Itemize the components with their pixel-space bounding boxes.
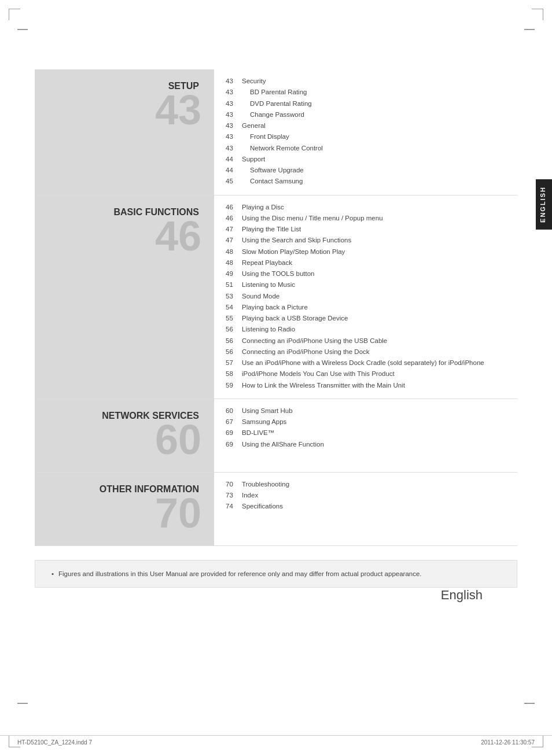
toc-item-num: 43 <box>226 121 242 131</box>
toc-list-basic-functions: 46Playing a Disc46Using the Disc menu / … <box>226 196 517 399</box>
toc-item-num: 69 <box>226 440 242 449</box>
section-network-services: NETWORK SERVICES6060Using Smart Hub67Sam… <box>35 399 517 473</box>
toc-item: 56Connecting an iPod/iPhone Using the US… <box>226 336 517 346</box>
toc-item: 43DVD Parental Rating <box>226 99 517 109</box>
toc-item-text: Listening to Radio <box>242 324 295 334</box>
toc-item-num: 44 <box>226 165 242 175</box>
toc-item: 43Network Remote Control <box>226 143 517 153</box>
toc-item: 51Listening to Music <box>226 280 517 290</box>
toc-item-text: Playing a Disc <box>242 202 284 212</box>
corner-mark-tl <box>9 9 20 20</box>
toc-item-text: Samsung Apps <box>242 417 286 427</box>
toc-item: 43General <box>226 121 517 131</box>
toc-item-text: Security <box>242 76 266 86</box>
footer-left: HT-D5210C_ZA_1224.indd 7 <box>17 739 92 746</box>
toc-item: 43Change Password <box>226 110 517 120</box>
language-label: English <box>35 588 517 603</box>
toc-item: 57Use an iPod/iPhone with a Wireless Doc… <box>226 358 517 368</box>
toc-list-setup: 43Security43BD Parental Rating43DVD Pare… <box>226 69 517 195</box>
toc-item-num: 45 <box>226 176 242 186</box>
toc-item-text: Playing the Title List <box>242 224 301 234</box>
toc-item-text: Repeat Playback <box>242 258 292 268</box>
toc-item-num: 46 <box>226 202 242 212</box>
section-label-basic-functions: BASIC FUNCTIONS46 <box>35 196 214 399</box>
toc-item-num: 51 <box>226 280 242 290</box>
toc-item: 53Sound Mode <box>226 292 517 301</box>
toc-item-num: 58 <box>226 369 242 379</box>
toc-item: 67Samsung Apps <box>226 417 517 427</box>
toc-item-num: 57 <box>226 358 242 368</box>
toc-item: 70Troubleshooting <box>226 480 517 489</box>
toc-item-text: Network Remote Control <box>242 143 323 153</box>
toc-item-text: Slow Motion Play/Step Motion Play <box>242 247 345 257</box>
toc-item-text: Connecting an iPod/iPhone Using the Dock <box>242 347 370 357</box>
toc-item-num: 43 <box>226 132 242 142</box>
toc-item-text: Contact Samsung <box>242 176 303 186</box>
toc-item-num: 56 <box>226 336 242 346</box>
toc-item-text: Specifications <box>242 501 283 511</box>
toc-item: 45Contact Samsung <box>226 176 517 186</box>
toc-item-text: BD Parental Rating <box>242 87 307 97</box>
toc-item-num: 69 <box>226 428 242 438</box>
toc-item-num: 49 <box>226 269 242 279</box>
toc-item-text: Index <box>242 491 258 500</box>
toc-item: 74Specifications <box>226 501 517 511</box>
toc-item-text: Using Smart Hub <box>242 406 293 416</box>
toc-item: 56Listening to Radio <box>226 324 517 334</box>
toc-item: 59How to Link the Wireless Transmitter w… <box>226 381 517 390</box>
toc-item-num: 73 <box>226 491 242 500</box>
toc-item-text: Listening to Music <box>242 280 295 290</box>
toc-item-num: 43 <box>226 110 242 120</box>
toc-item: 46Playing a Disc <box>226 202 517 212</box>
toc-item-num: 44 <box>226 154 242 164</box>
toc-item-num: 74 <box>226 501 242 511</box>
toc-item-text: Playing back a Picture <box>242 303 308 312</box>
toc-item-text: Troubleshooting <box>242 480 289 489</box>
toc-item: 46Using the Disc menu / Title menu / Pop… <box>226 213 517 223</box>
toc-item: 69BD-LIVE™ <box>226 428 517 438</box>
toc-item: 48Slow Motion Play/Step Motion Play <box>226 247 517 257</box>
section-number-basic-functions: 46 <box>45 215 204 257</box>
toc-item-num: 43 <box>226 87 242 97</box>
section-label-setup: SETUP43 <box>35 69 214 195</box>
side-mark-right2 <box>524 703 535 704</box>
toc-item: 60Using Smart Hub <box>226 406 517 416</box>
footer: HT-D5210C_ZA_1224.indd 7 2011-12-26 11:3… <box>0 735 552 746</box>
toc-item-text: Using the AllShare Function <box>242 440 324 449</box>
toc-item-num: 55 <box>226 314 242 323</box>
toc-item-num: 56 <box>226 324 242 334</box>
toc-item-text: Software Upgrade <box>242 165 304 175</box>
section-label-network-services: NETWORK SERVICES60 <box>35 399 214 472</box>
note-box: Figures and illustrations in this User M… <box>35 560 517 588</box>
section-number-setup: 43 <box>45 89 204 131</box>
toc-item-text: Using the TOOLS button <box>242 269 315 279</box>
toc-item-text: Connecting an iPod/iPhone Using the USB … <box>242 336 387 346</box>
toc-item-num: 47 <box>226 235 242 245</box>
toc-item: 73Index <box>226 491 517 500</box>
toc-item-text: Front Display <box>242 132 289 142</box>
main-content: SETUP4343Security43BD Parental Rating43D… <box>35 69 517 546</box>
toc-item: 47Playing the Title List <box>226 224 517 234</box>
toc-list-other-information: 70Troubleshooting73Index74Specifications <box>226 473 517 545</box>
toc-item-text: iPod/iPhone Models You Can Use with This… <box>242 369 395 379</box>
page: ENGLISH SETUP4343Security43BD Parental R… <box>0 0 552 756</box>
toc-item-num: 43 <box>226 99 242 109</box>
section-basic-functions: BASIC FUNCTIONS4646Playing a Disc46Using… <box>35 196 517 399</box>
toc-item: 48Repeat Playback <box>226 258 517 268</box>
toc-item-text: DVD Parental Rating <box>242 99 312 109</box>
toc-item: 43Front Display <box>226 132 517 142</box>
side-mark-right <box>524 29 535 30</box>
toc-item: 43Security <box>226 76 517 86</box>
toc-item-text: How to Link the Wireless Transmitter wit… <box>242 381 405 390</box>
toc-item-text: Playing back a USB Storage Device <box>242 314 348 323</box>
toc-item-text: Sound Mode <box>242 292 279 301</box>
section-setup: SETUP4343Security43BD Parental Rating43D… <box>35 69 517 196</box>
section-number-other-information: 70 <box>45 492 204 534</box>
toc-item-num: 70 <box>226 480 242 489</box>
toc-item-text: BD-LIVE™ <box>242 428 274 438</box>
toc-item-num: 53 <box>226 292 242 301</box>
section-label-other-information: OTHER INFORMATION70 <box>35 473 214 545</box>
side-mark-left2 <box>17 703 28 704</box>
toc-item: 58iPod/iPhone Models You Can Use with Th… <box>226 369 517 379</box>
toc-item-text: Use an iPod/iPhone with a Wireless Dock … <box>242 358 484 368</box>
